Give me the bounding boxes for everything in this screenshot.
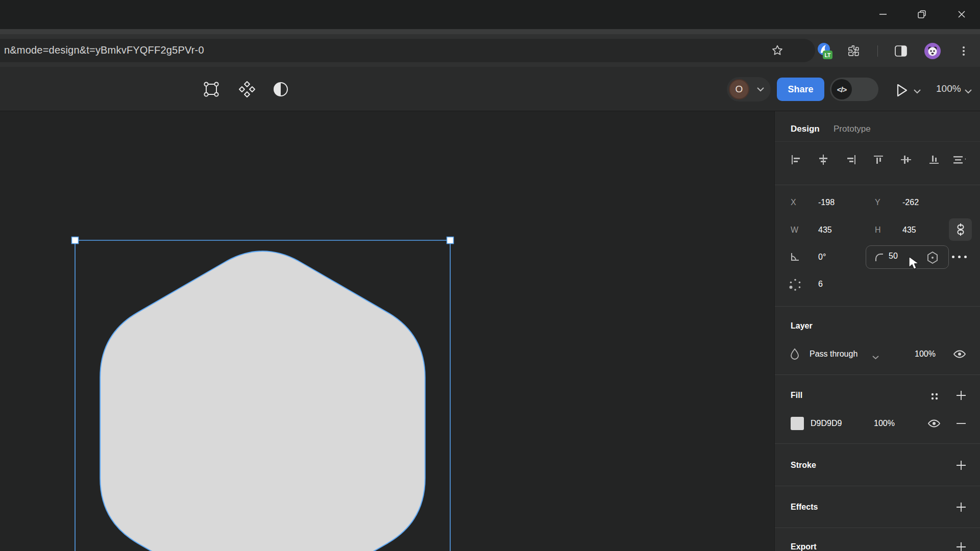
tab-prototype[interactable]: Prototype [834,124,871,134]
corner-radius-field[interactable]: 50 [866,245,949,269]
properties-panel: Design Prototype X -19 [774,111,980,551]
design-canvas[interactable] [0,111,774,551]
stroke-section-title: Stroke [791,461,816,470]
tidy-up-icon [238,80,256,98]
selection-handle-topright[interactable] [447,237,454,244]
play-icon [896,83,909,98]
divider [775,486,980,486]
fill-visibility-button[interactable] [927,417,941,430]
browser-toolbar: n&mode=design&t=yBmkvFYQFF2g5PVr-0 LT [0,34,980,67]
polygon-sides-input[interactable]: 6 [818,280,823,289]
add-effect-button[interactable] [955,502,967,513]
dev-mode-toggle[interactable]: </> [830,78,878,101]
side-panel-button[interactable] [892,42,910,60]
rotation-input[interactable]: 0° [818,253,826,262]
constrain-proportions-button[interactable] [949,218,972,241]
extension-lt-button[interactable]: LT [816,42,833,60]
selection-handle-topleft[interactable] [72,237,79,244]
add-stroke-button[interactable] [955,460,967,471]
close-icon [958,10,966,18]
zoom-level[interactable]: 100% [936,83,961,94]
edit-object-icon [203,81,220,98]
chevron-down-icon [913,89,921,94]
puzzle-icon [847,44,861,58]
mask-button[interactable] [272,80,290,98]
window-close-button[interactable] [950,5,973,23]
divider [775,141,980,142]
layer-visibility-button[interactable] [953,348,966,360]
figma-app-window: n&mode=design&t=yBmkvFYQFF2g5PVr-0 LT [0,0,980,551]
align-left-icon [790,154,802,166]
styles-grid-icon [929,391,940,402]
extension-lt-icon: LT [816,42,833,60]
fill-hex-input[interactable]: D9D9D9 [811,419,842,428]
share-button[interactable]: Share [777,78,824,101]
align-left-button[interactable] [789,153,802,166]
blend-mode-select[interactable]: Pass through [810,349,857,359]
window-restore-button[interactable] [910,5,934,23]
mouse-cursor-icon [908,256,922,273]
constrain-link-icon [955,223,966,236]
chevron-down-icon [756,87,765,92]
more-options-button[interactable] [952,256,967,258]
browser-titlebar [0,0,980,29]
canvas-graphics [0,111,774,551]
minus-icon [956,419,966,428]
divider [775,443,980,444]
tidy-up-button[interactable] [238,80,256,98]
plus-icon [955,460,967,471]
corner-radius-input[interactable]: 50 [889,252,898,261]
divider [775,528,980,528]
x-input[interactable]: -198 [818,198,835,207]
eye-icon [927,417,941,430]
w-label: W [791,226,798,235]
url-text[interactable]: n&mode=design&t=yBmkvFYQFF2g5PVr-0 [4,44,204,56]
blend-mode-icon [789,348,800,362]
align-vertical-center-button[interactable] [899,153,913,166]
chevron-down-icon [964,89,972,94]
add-export-button[interactable] [955,541,967,551]
remove-fill-button[interactable] [956,419,966,428]
collaborator-avatar[interactable]: O [729,79,749,99]
layer-section-title: Layer [791,321,813,331]
blend-mode-chevron[interactable] [872,353,879,362]
distribute-options-button[interactable] [952,153,966,166]
align-bottom-button[interactable] [927,153,941,166]
zoom-options-button[interactable] [964,87,972,96]
collaborator-pill[interactable]: O [727,77,771,102]
independent-corners-icon[interactable] [925,251,940,265]
height-input[interactable]: 435 [902,226,916,235]
add-fill-button[interactable] [955,390,967,401]
profile-avatar [923,42,941,60]
align-top-button[interactable] [872,153,885,166]
divider [775,185,980,185]
y-input[interactable]: -262 [902,198,919,207]
browser-menu-button[interactable] [955,42,972,60]
eye-icon [953,348,966,360]
present-button[interactable] [893,81,912,99]
tabstrip-edge [0,29,980,34]
x-label: X [791,198,796,207]
width-input[interactable]: 435 [818,226,832,235]
extensions-menu-button[interactable] [845,42,863,60]
present-options-button[interactable] [913,87,921,96]
fill-styles-button[interactable] [929,391,940,402]
align-right-button[interactable] [845,153,858,166]
tab-design[interactable]: Design [791,124,820,134]
align-horizontal-center-button[interactable] [817,153,830,166]
hexagon-shape[interactable] [100,251,425,551]
fill-color-swatch[interactable] [791,417,804,430]
minimize-icon [879,10,887,18]
divider [775,306,980,307]
mask-icon [272,81,289,98]
address-bar[interactable]: n&mode=design&t=yBmkvFYQFF2g5PVr-0 [0,39,815,62]
edit-object-button[interactable] [202,80,220,98]
layer-opacity-input[interactable]: 100% [915,349,936,359]
browser-profile-button[interactable] [923,42,941,60]
side-panel-icon [894,45,908,57]
bookmark-star-button[interactable] [771,44,783,59]
fill-opacity-input[interactable]: 100% [874,419,895,428]
star-icon [771,44,783,57]
window-minimize-button[interactable] [871,5,895,23]
export-section-title: Export [791,542,817,551]
